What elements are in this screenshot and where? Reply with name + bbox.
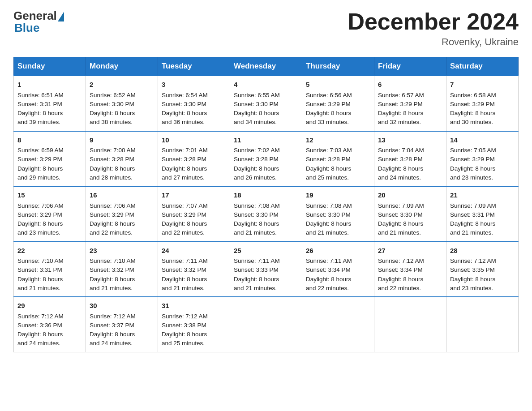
calendar-day-cell: 18Sunrise: 7:08 AMSunset: 3:30 PMDayligh… [230, 186, 302, 242]
day-of-week-header: Thursday [302, 57, 374, 76]
calendar-day-cell: 13Sunrise: 7:04 AMSunset: 3:28 PMDayligh… [374, 131, 446, 187]
day-number: 20 [378, 190, 442, 201]
month-title: December 2024 [348, 9, 519, 34]
day-number: 1 [17, 80, 82, 90]
calendar-day-cell: 15Sunrise: 7:06 AMSunset: 3:29 PMDayligh… [14, 186, 86, 242]
day-sun-info: Sunrise: 7:09 AMSunset: 3:30 PMDaylight:… [378, 202, 424, 236]
calendar-day-cell: 25Sunrise: 7:11 AMSunset: 3:33 PMDayligh… [230, 242, 302, 297]
calendar-day-cell: 1Sunrise: 6:51 AMSunset: 3:31 PMDaylight… [14, 76, 86, 131]
calendar-day-cell: 23Sunrise: 7:10 AMSunset: 3:32 PMDayligh… [86, 242, 158, 297]
calendar-day-cell [446, 297, 519, 352]
day-number: 9 [90, 135, 154, 146]
day-number: 29 [17, 301, 82, 311]
day-sun-info: Sunrise: 7:11 AMSunset: 3:32 PMDaylight:… [162, 257, 208, 291]
day-sun-info: Sunrise: 6:54 AMSunset: 3:30 PMDaylight:… [162, 92, 208, 126]
calendar-day-cell: 24Sunrise: 7:11 AMSunset: 3:32 PMDayligh… [158, 242, 230, 297]
day-sun-info: Sunrise: 7:09 AMSunset: 3:31 PMDaylight:… [450, 202, 496, 236]
day-number: 25 [234, 246, 298, 256]
day-of-week-header: Saturday [446, 57, 519, 76]
calendar-day-cell: 14Sunrise: 7:05 AMSunset: 3:29 PMDayligh… [446, 131, 519, 187]
day-sun-info: Sunrise: 7:01 AMSunset: 3:28 PMDaylight:… [162, 147, 208, 181]
calendar-day-cell [374, 297, 446, 352]
day-number: 15 [17, 190, 82, 201]
calendar-week-row: 15Sunrise: 7:06 AMSunset: 3:29 PMDayligh… [14, 186, 519, 242]
calendar-day-cell: 21Sunrise: 7:09 AMSunset: 3:31 PMDayligh… [446, 186, 519, 242]
day-sun-info: Sunrise: 7:04 AMSunset: 3:28 PMDaylight:… [378, 147, 424, 181]
calendar-day-cell: 12Sunrise: 7:03 AMSunset: 3:28 PMDayligh… [302, 131, 374, 187]
day-sun-info: Sunrise: 7:12 AMSunset: 3:38 PMDaylight:… [162, 313, 208, 347]
day-sun-info: Sunrise: 7:05 AMSunset: 3:29 PMDaylight:… [450, 147, 496, 181]
day-sun-info: Sunrise: 6:57 AMSunset: 3:29 PMDaylight:… [378, 92, 424, 126]
calendar-day-cell: 6Sunrise: 6:57 AMSunset: 3:29 PMDaylight… [374, 76, 446, 131]
page-header: General Blue December 2024 Rovenky, Ukra… [13, 9, 519, 48]
day-number: 17 [162, 190, 226, 201]
day-number: 30 [90, 301, 154, 311]
day-sun-info: Sunrise: 6:52 AMSunset: 3:30 PMDaylight:… [90, 92, 136, 126]
day-sun-info: Sunrise: 6:56 AMSunset: 3:29 PMDaylight:… [306, 92, 352, 126]
day-number: 12 [306, 135, 370, 146]
calendar-day-cell [230, 297, 302, 352]
day-number: 31 [162, 301, 226, 311]
title-area: December 2024 Rovenky, Ukraine [348, 9, 519, 48]
calendar-day-cell: 16Sunrise: 7:06 AMSunset: 3:29 PMDayligh… [86, 186, 158, 242]
day-sun-info: Sunrise: 7:06 AMSunset: 3:29 PMDaylight:… [90, 202, 136, 236]
day-sun-info: Sunrise: 6:58 AMSunset: 3:29 PMDaylight:… [450, 92, 496, 126]
day-number: 3 [162, 80, 226, 90]
day-of-week-header: Monday [86, 57, 158, 76]
day-number: 8 [17, 135, 82, 146]
day-number: 16 [90, 190, 154, 201]
calendar-day-cell: 7Sunrise: 6:58 AMSunset: 3:29 PMDaylight… [446, 76, 519, 131]
calendar-day-cell: 26Sunrise: 7:11 AMSunset: 3:34 PMDayligh… [302, 242, 374, 297]
calendar-day-cell: 8Sunrise: 6:59 AMSunset: 3:29 PMDaylight… [14, 131, 86, 187]
day-number: 18 [234, 190, 298, 201]
day-sun-info: Sunrise: 6:59 AMSunset: 3:29 PMDaylight:… [17, 147, 64, 181]
day-number: 10 [162, 135, 226, 146]
day-sun-info: Sunrise: 7:02 AMSunset: 3:28 PMDaylight:… [234, 147, 280, 181]
day-of-week-header: Sunday [14, 57, 86, 76]
calendar-day-cell: 10Sunrise: 7:01 AMSunset: 3:28 PMDayligh… [158, 131, 230, 187]
day-number: 14 [450, 135, 515, 146]
day-sun-info: Sunrise: 7:03 AMSunset: 3:28 PMDaylight:… [306, 147, 352, 181]
day-sun-info: Sunrise: 7:10 AMSunset: 3:31 PMDaylight:… [17, 257, 64, 291]
day-sun-info: Sunrise: 7:12 AMSunset: 3:35 PMDaylight:… [450, 257, 496, 291]
day-number: 23 [90, 246, 154, 256]
calendar-day-cell: 20Sunrise: 7:09 AMSunset: 3:30 PMDayligh… [374, 186, 446, 242]
calendar-week-row: 1Sunrise: 6:51 AMSunset: 3:31 PMDaylight… [14, 76, 519, 131]
day-of-week-header: Friday [374, 57, 446, 76]
day-number: 27 [378, 246, 442, 256]
day-number: 24 [162, 246, 226, 256]
calendar-day-cell: 4Sunrise: 6:55 AMSunset: 3:30 PMDaylight… [230, 76, 302, 131]
day-sun-info: Sunrise: 7:12 AMSunset: 3:36 PMDaylight:… [17, 313, 64, 347]
location-subtitle: Rovenky, Ukraine [348, 36, 519, 48]
logo: General Blue [13, 9, 64, 35]
calendar-day-cell: 29Sunrise: 7:12 AMSunset: 3:36 PMDayligh… [14, 297, 86, 352]
day-number: 22 [17, 246, 82, 256]
calendar-week-row: 29Sunrise: 7:12 AMSunset: 3:36 PMDayligh… [14, 297, 519, 352]
calendar-day-cell: 30Sunrise: 7:12 AMSunset: 3:37 PMDayligh… [86, 297, 158, 352]
calendar-day-cell [302, 297, 374, 352]
calendar-day-cell: 28Sunrise: 7:12 AMSunset: 3:35 PMDayligh… [446, 242, 519, 297]
calendar-day-cell: 9Sunrise: 7:00 AMSunset: 3:28 PMDaylight… [86, 131, 158, 187]
calendar-day-cell: 5Sunrise: 6:56 AMSunset: 3:29 PMDaylight… [302, 76, 374, 131]
day-sun-info: Sunrise: 6:51 AMSunset: 3:31 PMDaylight:… [17, 92, 64, 126]
calendar-day-cell: 2Sunrise: 6:52 AMSunset: 3:30 PMDaylight… [86, 76, 158, 131]
day-sun-info: Sunrise: 7:10 AMSunset: 3:32 PMDaylight:… [90, 257, 136, 291]
calendar-day-cell: 3Sunrise: 6:54 AMSunset: 3:30 PMDaylight… [158, 76, 230, 131]
day-number: 5 [306, 80, 370, 90]
calendar-day-cell: 19Sunrise: 7:08 AMSunset: 3:30 PMDayligh… [302, 186, 374, 242]
calendar-week-row: 22Sunrise: 7:10 AMSunset: 3:31 PMDayligh… [14, 242, 519, 297]
day-number: 19 [306, 190, 370, 201]
day-sun-info: Sunrise: 7:12 AMSunset: 3:34 PMDaylight:… [378, 257, 424, 291]
day-sun-info: Sunrise: 7:12 AMSunset: 3:37 PMDaylight:… [90, 313, 136, 347]
day-of-week-header: Wednesday [230, 57, 302, 76]
day-sun-info: Sunrise: 7:00 AMSunset: 3:28 PMDaylight:… [90, 147, 136, 181]
calendar-day-cell: 27Sunrise: 7:12 AMSunset: 3:34 PMDayligh… [374, 242, 446, 297]
day-sun-info: Sunrise: 7:06 AMSunset: 3:29 PMDaylight:… [17, 202, 64, 236]
day-number: 2 [90, 80, 154, 90]
calendar-day-cell: 22Sunrise: 7:10 AMSunset: 3:31 PMDayligh… [14, 242, 86, 297]
day-number: 21 [450, 190, 515, 201]
day-sun-info: Sunrise: 7:11 AMSunset: 3:33 PMDaylight:… [234, 257, 280, 291]
day-number: 13 [378, 135, 442, 146]
day-number: 28 [450, 246, 515, 256]
day-sun-info: Sunrise: 7:07 AMSunset: 3:29 PMDaylight:… [162, 202, 208, 236]
